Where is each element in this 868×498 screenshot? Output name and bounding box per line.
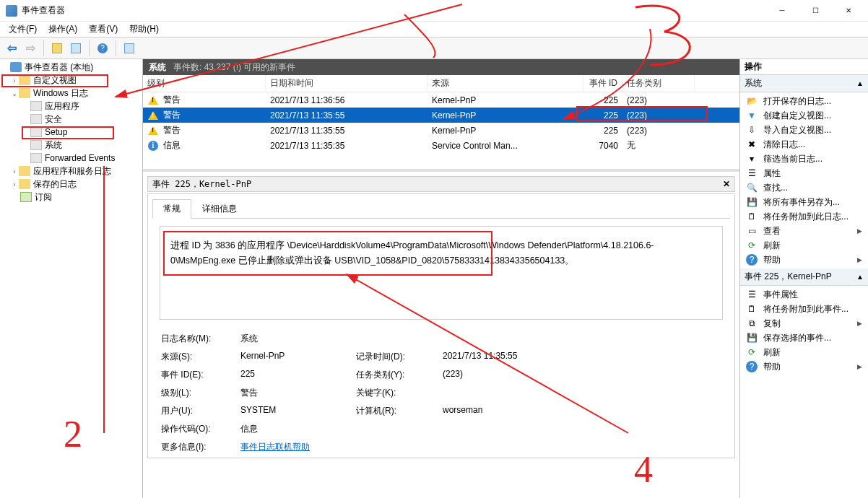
action-attach[interactable]: 🗒将任务附加到此日志... <box>740 209 868 224</box>
table-row[interactable]: i信息2021/7/13 11:35:35Service Control Man… <box>143 138 739 153</box>
expander-icon[interactable]: ⌄ <box>10 89 19 97</box>
action-label: 属性 <box>763 167 781 180</box>
toolbar-btn-1[interactable] <box>48 40 66 57</box>
tree-item-saved-logs[interactable]: › 保存的日志 <box>1 178 141 191</box>
action-attach[interactable]: 🗒将任务附加到此事件... <box>740 302 868 316</box>
section-label: 事件 225，Kernel-PnP <box>745 271 832 283</box>
col-task[interactable]: 任务类别 <box>622 75 695 92</box>
action-help[interactable]: ?帮助▶ <box>740 359 868 374</box>
event-message-box: 进程 ID 为 3836 的应用程序 \Device\HarddiskVolum… <box>160 226 723 320</box>
nav-tree[interactable]: 事件查看器 (本地) › 自定义视图 ⌄ Windows 日志 应用程序 安全 … <box>0 59 143 498</box>
col-date[interactable]: 日期和时间 <box>266 75 428 92</box>
chevron-up-icon[interactable]: ▲ <box>856 79 864 87</box>
action-filter[interactable]: ▼创建自定义视图... <box>740 108 868 123</box>
expander-icon[interactable]: › <box>10 77 19 84</box>
action-save[interactable]: 💾保存选择的事件... <box>740 331 868 345</box>
close-button[interactable]: ✕ <box>832 0 865 22</box>
log-icon <box>30 127 42 137</box>
toolbar-btn-2[interactable] <box>67 40 84 57</box>
tree-item-system[interactable]: 系统 <box>1 139 141 152</box>
tree-label: 系统 <box>45 139 62 152</box>
action-label: 查看 <box>763 225 781 237</box>
action-view[interactable]: ▭查看▶ <box>740 224 868 238</box>
prop-icon: ☰ <box>746 289 758 300</box>
cell-date: 2021/7/13 11:35:55 <box>270 110 344 121</box>
tab-general[interactable]: 常规 <box>152 199 191 219</box>
back-button[interactable]: ⇦ <box>3 40 20 57</box>
subscribe-icon <box>20 192 32 202</box>
tree-item-subscriptions[interactable]: 订阅 <box>1 191 141 204</box>
action-refresh[interactable]: ⟳刷新 <box>740 345 868 359</box>
action-prop[interactable]: ☰事件属性 <box>740 287 868 302</box>
annotation-number-2: 2 <box>64 413 82 455</box>
tree-item-application[interactable]: 应用程序 <box>1 100 141 113</box>
log-icon <box>30 114 42 124</box>
save-icon: 💾 <box>746 196 758 208</box>
warning-icon <box>147 110 159 121</box>
action-refresh[interactable]: ⟳刷新 <box>740 238 868 253</box>
col-source[interactable]: 来源 <box>428 75 583 92</box>
grid-header[interactable]: 级别 日期和时间 来源 事件 ID 任务类别 <box>143 75 739 92</box>
expander-icon[interactable]: › <box>10 167 19 175</box>
lbl-keywords: 关键字(K): <box>356 387 443 399</box>
clear-icon: ✖ <box>746 139 758 150</box>
action-copy[interactable]: ⧉复制▶ <box>740 316 868 331</box>
action-funnel[interactable]: ▾筛选当前日志... <box>740 152 868 166</box>
toolbar-help-button[interactable]: ? <box>94 40 111 57</box>
details-close-button[interactable]: ✕ <box>723 179 730 189</box>
col-eventid[interactable]: 事件 ID <box>583 75 622 92</box>
menu-help[interactable]: 帮助(H) <box>123 22 165 37</box>
expander-icon[interactable]: › <box>10 180 19 188</box>
toolbar-btn-3[interactable] <box>121 40 138 57</box>
action-open[interactable]: 📂打开保存的日志... <box>740 94 868 108</box>
col-level[interactable]: 级别 <box>143 75 266 92</box>
cell-date: 2021/7/13 11:36:56 <box>270 95 344 105</box>
actions-section-system[interactable]: 系统 ▲ <box>740 75 868 92</box>
action-help[interactable]: ?帮助▶ <box>740 253 868 267</box>
action-label: 帮助 <box>763 254 781 266</box>
action-label: 刷新 <box>763 346 781 359</box>
action-label: 导入自定义视图... <box>763 124 831 136</box>
toolbar-separator <box>89 40 90 56</box>
cell-source: Kernel-PnP <box>432 110 476 121</box>
menu-view[interactable]: 查看(V) <box>83 22 123 37</box>
folder-icon <box>19 179 30 189</box>
action-label: 将任务附加到此日志... <box>763 211 849 223</box>
app-icon <box>6 5 17 17</box>
open-icon: 📂 <box>746 95 758 107</box>
center-pane: 系统 事件数: 43,237 (!) 可用的新事件 级别 日期和时间 来源 事件… <box>143 59 739 498</box>
maximize-button[interactable]: ☐ <box>799 0 832 22</box>
cell-id: 225 <box>604 110 618 121</box>
actions-section-event[interactable]: 事件 225，Kernel-PnP ▲ <box>740 268 868 286</box>
chevron-right-icon: ▶ <box>857 256 862 263</box>
forward-button[interactable]: ⇨ <box>22 40 39 57</box>
action-save[interactable]: 💾将所有事件另存为... <box>740 195 868 209</box>
event-grid[interactable]: 级别 日期和时间 来源 事件 ID 任务类别 警告2021/7/13 11:36… <box>143 75 739 169</box>
action-clear[interactable]: ✖清除日志... <box>740 137 868 152</box>
action-import[interactable]: ⇩导入自定义视图... <box>740 123 868 137</box>
menu-bar: 文件(F) 操作(A) 查看(V) 帮助(H) <box>0 22 868 38</box>
tree-item-windows-logs[interactable]: ⌄ Windows 日志 <box>1 87 141 100</box>
table-row[interactable]: 警告2021/7/13 11:35:55Kernel-PnP225(223) <box>143 108 739 123</box>
table-row[interactable]: 警告2021/7/13 11:35:55Kernel-PnP225(223) <box>143 123 739 138</box>
menu-action[interactable]: 操作(A) <box>43 22 83 37</box>
tree-item-setup[interactable]: Setup <box>1 126 141 139</box>
tree-root[interactable]: 事件查看器 (本地) <box>1 61 141 74</box>
action-find[interactable]: 🔍查找... <box>740 180 868 195</box>
link-online-help[interactable]: 事件日志联机帮助 <box>240 442 310 452</box>
tab-details[interactable]: 详细信息 <box>191 199 248 219</box>
main-area: 事件查看器 (本地) › 自定义视图 ⌄ Windows 日志 应用程序 安全 … <box>0 59 868 498</box>
table-row[interactable]: 警告2021/7/13 11:36:56Kernel-PnP225(223) <box>143 92 739 108</box>
chevron-up-icon[interactable]: ▲ <box>856 273 864 281</box>
action-prop[interactable]: ☰属性 <box>740 166 868 180</box>
view-icon: ▭ <box>746 225 758 237</box>
tree-label: 应用程序和服务日志 <box>33 165 111 178</box>
minimize-button[interactable]: ─ <box>765 0 799 22</box>
tree-item-security[interactable]: 安全 <box>1 113 141 126</box>
tree-item-app-services[interactable]: › 应用程序和服务日志 <box>1 165 141 178</box>
funnel-icon: ▾ <box>746 153 758 165</box>
tree-item-custom-views[interactable]: › 自定义视图 <box>1 74 141 87</box>
menu-file[interactable]: 文件(F) <box>3 22 43 37</box>
cell-source: Kernel-PnP <box>432 126 476 136</box>
tree-item-forwarded[interactable]: Forwarded Events <box>1 152 141 165</box>
